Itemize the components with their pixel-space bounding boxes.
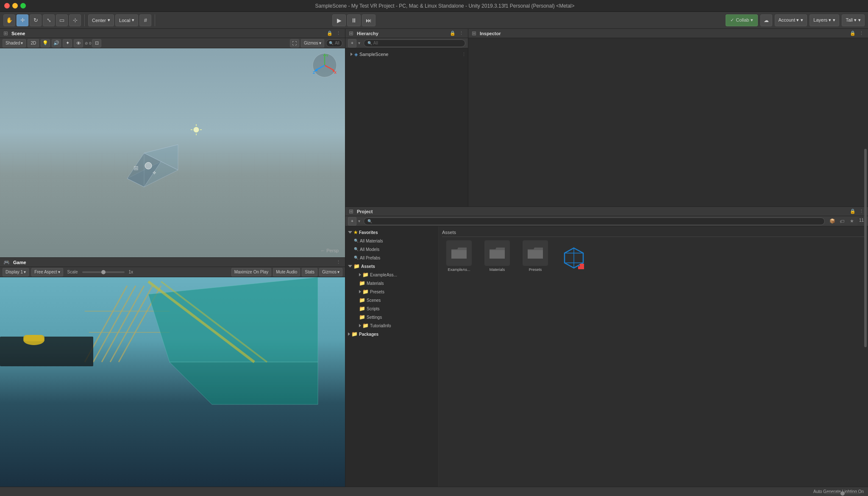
stats-button[interactable]: Stats: [302, 268, 317, 276]
materials-label: Materials: [367, 281, 384, 286]
hierarchy-item-menu[interactable]: ⋮: [462, 52, 466, 57]
scene-hidden-btn[interactable]: 👁: [74, 39, 83, 47]
scene-fx-btn[interactable]: ✦: [63, 39, 72, 47]
assets-scrollbar[interactable]: [864, 226, 867, 487]
presets-name: Presets: [529, 268, 542, 272]
project-add-button[interactable]: +: [348, 217, 356, 226]
dimension-toggle[interactable]: 2D: [28, 39, 39, 47]
extra-tool-button[interactable]: #: [139, 14, 151, 26]
play-button[interactable]: ▶: [332, 14, 346, 26]
scene-grid-btn[interactable]: ⊡: [92, 39, 101, 47]
hierarchy-menu-button[interactable]: ⋮: [458, 30, 465, 37]
project-lock-button[interactable]: 🔒: [849, 208, 856, 215]
project-tree: ★ Favorites 🔍 All Materials 🔍 All Models…: [345, 226, 439, 487]
hierarchy-content: ◈ SampleScene ⋮: [345, 48, 468, 206]
game-background: [0, 277, 345, 487]
inspector-content: [468, 38, 868, 206]
scripts-item[interactable]: 📁 Scripts: [347, 304, 437, 313]
scale-slider[interactable]: [82, 271, 125, 273]
maximize-on-play-button[interactable]: Maximize On Play: [231, 268, 272, 276]
title-bar-left: [4, 3, 26, 8]
presets-item[interactable]: 📁 Presets: [347, 287, 437, 296]
scene-background: ⊞ ✤: [0, 48, 345, 257]
layout-dropdown[interactable]: Tall ▾ ▾: [842, 14, 865, 26]
move-tool-button[interactable]: ✛: [17, 14, 28, 26]
mute-audio-button[interactable]: Mute Audio: [273, 268, 300, 276]
hand-tool-button[interactable]: ✋: [3, 14, 15, 26]
game-tab[interactable]: Game: [13, 260, 26, 265]
hierarchy-scene-label: SampleScene: [359, 52, 389, 57]
perspective-label: ← Persp: [320, 248, 339, 253]
hierarchy-add-button[interactable]: +: [348, 39, 356, 47]
shading-mode-dropdown[interactable]: Shaded ▾: [3, 39, 26, 47]
hierarchy-item-sample-scene[interactable]: ◈ SampleScene ⋮: [347, 50, 466, 59]
game-gizmos-dropdown[interactable]: Gizmos ▾: [319, 268, 342, 276]
hierarchy-search-icon: 🔍: [367, 41, 372, 45]
scale-value: 1x: [129, 270, 134, 274]
assets-section[interactable]: 📁 Assets: [347, 262, 437, 270]
scene-grid-icon: ⊞: [3, 30, 8, 36]
hierarchy-search[interactable]: 🔍 All: [364, 39, 465, 47]
aspect-dropdown[interactable]: Free Aspect ▾: [31, 268, 63, 276]
all-models-item[interactable]: 🔍 All Models: [347, 245, 437, 254]
fullscreen-button[interactable]: [20, 3, 26, 8]
rect-tool-button[interactable]: ▭: [56, 14, 68, 26]
account-dropdown[interactable]: Account ▾ ▾: [775, 14, 807, 26]
layout-chevron: ▾: [858, 17, 861, 23]
project-add-chevron[interactable]: ▾: [358, 219, 360, 223]
packages-section[interactable]: 📁 Packages: [347, 330, 437, 338]
orientation-gizmo-svg: Y X Z: [312, 53, 337, 78]
example-assets-item[interactable]: 📁 ExampleAss...: [347, 270, 437, 279]
packages-label: Packages: [359, 332, 378, 337]
project-packages-btn[interactable]: 📦: [828, 217, 837, 226]
scale-tool-button[interactable]: ⤡: [43, 14, 55, 26]
collab-button[interactable]: ✓ Collab ▾: [726, 14, 757, 26]
scene-viewport[interactable]: ⊞ ✤: [0, 48, 345, 257]
scene-audio-btn[interactable]: 🔊: [52, 39, 61, 47]
scene-menu-button[interactable]: ⋮: [335, 30, 342, 37]
close-button[interactable]: [4, 3, 10, 8]
scene-light-btn[interactable]: 💡: [41, 39, 50, 47]
inspector-lock-button[interactable]: 🔒: [849, 30, 856, 37]
collab-label: Collab ▾: [736, 17, 753, 23]
scene-snap-btn[interactable]: ⛶: [290, 39, 299, 47]
asset-presets[interactable]: Presets: [518, 240, 552, 272]
cloud-button[interactable]: ☁: [760, 14, 772, 26]
main-toolbar: ✋ ✛ ↻ ⤡ ▭ ⊹ Center ▾ Local ▾ # ▶ ⏸ ⏭ ✓ C…: [0, 12, 868, 29]
step-button[interactable]: ⏭: [362, 14, 376, 26]
all-models-label: All Models: [360, 247, 379, 252]
play-controls: ▶ ⏸ ⏭: [332, 14, 376, 26]
project-star-btn[interactable]: ★: [848, 217, 856, 226]
hierarchy-lock-button[interactable]: 🔒: [449, 30, 456, 37]
asset-unity-cube[interactable]: [556, 245, 590, 272]
game-viewport[interactable]: [0, 277, 345, 487]
pivot-space-dropdown[interactable]: Local ▾: [115, 14, 138, 26]
rotate-tool-button[interactable]: ↻: [30, 14, 42, 26]
pivot-space-label: Local: [119, 18, 130, 23]
asset-example-assets[interactable]: ExampleAs...: [442, 240, 476, 272]
asset-materials[interactable]: Materials: [480, 240, 514, 272]
game-panel-controls: ⋮: [335, 259, 342, 266]
minimize-button[interactable]: [12, 3, 18, 8]
game-menu-button[interactable]: ⋮: [335, 259, 342, 266]
all-prefabs-item[interactable]: 🔍 All Prefabs: [347, 254, 437, 262]
hierarchy-add-chevron[interactable]: ▾: [358, 41, 360, 45]
display-dropdown[interactable]: Display 1 ▾: [3, 268, 29, 276]
scene-tab[interactable]: Scene: [11, 31, 25, 36]
pivot-mode-dropdown[interactable]: Center ▾: [88, 14, 114, 26]
pause-button[interactable]: ⏸: [347, 14, 361, 26]
scene-search-box[interactable]: 🔍 All: [326, 39, 342, 47]
favorites-section[interactable]: ★ Favorites: [347, 228, 437, 237]
scenes-item[interactable]: 📁 Scenes: [347, 296, 437, 304]
materials-item[interactable]: 📁 Materials: [347, 279, 437, 287]
tutorial-info-item[interactable]: 📁 TutorialInfo: [347, 321, 437, 330]
tutorial-label: TutorialInfo: [370, 323, 391, 328]
settings-item[interactable]: 📁 Settings: [347, 313, 437, 321]
all-materials-item[interactable]: 🔍 All Materials: [347, 237, 437, 245]
layers-dropdown[interactable]: Layers ▾ ▾: [810, 14, 839, 26]
transform-tool-button[interactable]: ⊹: [69, 14, 81, 26]
scene-lock-button[interactable]: 🔒: [326, 30, 333, 37]
project-label-btn[interactable]: 🏷: [838, 217, 846, 226]
gizmos-dropdown[interactable]: Gizmos ▾: [301, 39, 324, 47]
project-search[interactable]: 🔍: [364, 217, 825, 225]
